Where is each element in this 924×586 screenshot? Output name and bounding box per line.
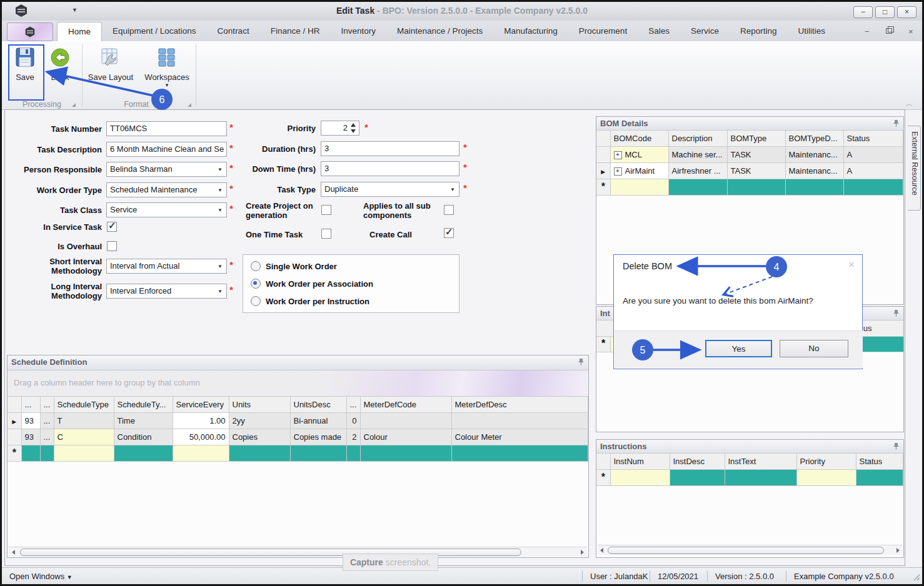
task-type-select[interactable]: Duplicate▼ — [321, 182, 459, 197]
schedule-grid[interactable]: ......ScheduleTypeScheduleTy...ServiceEv… — [8, 397, 588, 462]
workspaces-button[interactable]: Workspaces ▼ — [143, 46, 191, 88]
title-bar: ▼ Edit Task - BPO: Version 2.5.0.0 - Exa… — [2, 2, 922, 21]
work-order-per-association-option[interactable]: Work Order per Association — [251, 279, 373, 289]
maximize-button[interactable]: □ — [875, 6, 895, 18]
tab-contract[interactable]: Contract — [207, 22, 260, 41]
minimize-button[interactable]: − — [853, 6, 873, 18]
tab-finance-hr[interactable]: Finance / HR — [260, 22, 331, 41]
pin-icon[interactable] — [893, 119, 900, 129]
processing-dialog-launcher-icon[interactable] — [72, 103, 76, 107]
table-row[interactable]: ▶+AirMaintAirfreshner ...TASKMaintenanc.… — [596, 163, 903, 179]
new-row[interactable]: * — [596, 470, 903, 486]
applies-sub-components-label: Applies to all sub components — [363, 201, 443, 220]
new-row[interactable]: * — [596, 179, 903, 196]
external-resource-tab[interactable]: External Resource — [908, 126, 921, 211]
scroll-right-icon[interactable] — [581, 550, 584, 555]
resize-grip-icon[interactable] — [912, 573, 920, 583]
required-star: * — [229, 259, 233, 270]
person-responsible-select[interactable]: Belinda Sharman▼ — [106, 162, 227, 177]
single-work-order-option[interactable]: Single Work Order — [251, 261, 337, 271]
window-title: Edit Task - BPO: Version 2.5.0.0 - Examp… — [2, 6, 922, 16]
ribbon-toolbar: Save Back Save Layout Workspaces ▼ Proce… — [2, 41, 922, 110]
work-order-per-instruction-option[interactable]: Work Order per Instruction — [251, 296, 369, 306]
ribbon-collapse-icon[interactable]: ︿ — [906, 99, 913, 109]
tab-inventory[interactable]: Inventory — [330, 22, 386, 41]
chevron-down-icon: ▼ — [450, 187, 455, 192]
scroll-right-icon[interactable] — [896, 548, 900, 553]
delete-bom-dialog: Delete BOM × Are you sure you want to de… — [613, 254, 863, 369]
expand-icon[interactable]: + — [614, 167, 622, 176]
status-user: User : JulandaK — [590, 572, 648, 581]
radio-selected-icon — [251, 279, 261, 289]
new-row[interactable]: * — [8, 445, 588, 462]
radio-icon — [251, 296, 261, 306]
pin-icon[interactable] — [893, 442, 900, 452]
schedule-hscrollbar[interactable] — [9, 547, 587, 557]
yes-button[interactable]: Yes — [705, 340, 772, 357]
work-order-type-select[interactable]: Scheduled Maintenance▼ — [106, 182, 227, 197]
down-time-input[interactable]: 3 — [321, 161, 459, 176]
tab-manufacturing[interactable]: Manufacturing — [493, 22, 568, 41]
create-project-label: Create Project on generation — [246, 201, 319, 220]
is-overhaul-checkbox[interactable] — [107, 241, 117, 251]
format-dialog-launcher-icon[interactable] — [188, 103, 191, 107]
table-row[interactable]: +MCLMachine ser...TASKMaintenanc...A — [596, 147, 903, 163]
task-class-select[interactable]: Service▼ — [106, 202, 227, 217]
ribbon-tab-row: Home Equipment / Locations Contract Fina… — [2, 21, 922, 42]
save-highlight-frame — [8, 44, 44, 101]
tab-procurement[interactable]: Procurement — [568, 22, 638, 41]
application-menu-button[interactable] — [7, 22, 53, 41]
hidden-panel-title: Int — [600, 309, 610, 318]
current-row-icon: ▶ — [601, 169, 605, 175]
instructions-grid[interactable]: InstNumInstDescInstTextPriorityStatus * — [596, 454, 903, 486]
tab-sales[interactable]: Sales — [638, 22, 680, 41]
tab-reporting[interactable]: Reporting — [730, 22, 788, 41]
tab-utilities[interactable]: Utilities — [787, 22, 836, 41]
mdi-restore-icon[interactable] — [886, 28, 892, 34]
no-button[interactable]: No — [780, 340, 848, 357]
pin-icon[interactable] — [893, 309, 900, 319]
duration-input[interactable]: 3 — [321, 141, 459, 156]
expand-icon[interactable]: + — [614, 151, 622, 159]
dialog-title: Delete BOM — [623, 261, 672, 271]
task-number-input[interactable]: TT06MCS — [106, 121, 227, 136]
create-call-checkbox[interactable]: ✓ — [444, 228, 454, 238]
chevron-down-icon: ▼ — [218, 264, 223, 269]
spinner-up-icon[interactable] — [351, 123, 356, 127]
new-row-icon: * — [601, 338, 605, 349]
priority-label: Priority — [222, 124, 316, 133]
one-time-task-checkbox[interactable] — [321, 229, 331, 239]
in-service-task-checkbox[interactable]: ✓ — [107, 222, 117, 232]
long-interval-methodology-select[interactable]: Interval Enforced▼ — [106, 284, 227, 299]
group-format-label: Format — [89, 100, 183, 109]
tab-maintenance-projects[interactable]: Maintenance / Projects — [386, 22, 493, 41]
short-interval-methodology-select[interactable]: Interval from Actual▼ — [106, 259, 227, 274]
dialog-close-icon[interactable]: × — [848, 259, 855, 271]
scroll-left-icon[interactable] — [12, 550, 15, 555]
tab-home[interactable]: Home — [57, 22, 102, 41]
check-icon: ✓ — [108, 220, 116, 231]
back-button[interactable]: Back — [44, 46, 76, 82]
table-row[interactable]: ▶93...TTime1.002yyBi-annual0 — [8, 413, 588, 429]
mdi-close-icon[interactable]: × — [908, 27, 913, 36]
scroll-left-icon[interactable] — [600, 548, 603, 553]
tab-service[interactable]: Service — [680, 22, 730, 41]
create-project-checkbox[interactable] — [321, 205, 331, 215]
one-time-task-label: One Time Task — [246, 230, 319, 239]
group-by-bar[interactable]: Drag a column header here to group by th… — [8, 370, 588, 397]
spinner-down-icon[interactable] — [351, 129, 356, 133]
workspaces-dropdown-icon[interactable]: ▼ — [143, 82, 191, 88]
tab-equipment-locations[interactable]: Equipment / Locations — [102, 22, 207, 41]
task-description-input[interactable]: 6 Month Machine Clean and Se — [106, 142, 227, 157]
applies-sub-components-checkbox[interactable] — [444, 205, 454, 215]
instructions-hscrollbar[interactable] — [598, 545, 902, 555]
pin-icon[interactable] — [578, 358, 585, 367]
duration-label: Duration (hrs) — [222, 144, 316, 154]
open-windows-button[interactable]: Open Windows ▼ — [9, 572, 73, 581]
close-button[interactable]: × — [897, 6, 916, 18]
save-layout-icon — [99, 46, 122, 69]
table-row[interactable]: 93...CCondition50,000.00CopiesCopies mad… — [8, 429, 588, 445]
bom-grid[interactable]: BOMCodeDescriptionBOMTypeBOMTypeD...Stat… — [596, 131, 903, 196]
mdi-minimize-icon[interactable]: − — [865, 27, 870, 36]
save-layout-button[interactable]: Save Layout — [87, 46, 134, 82]
